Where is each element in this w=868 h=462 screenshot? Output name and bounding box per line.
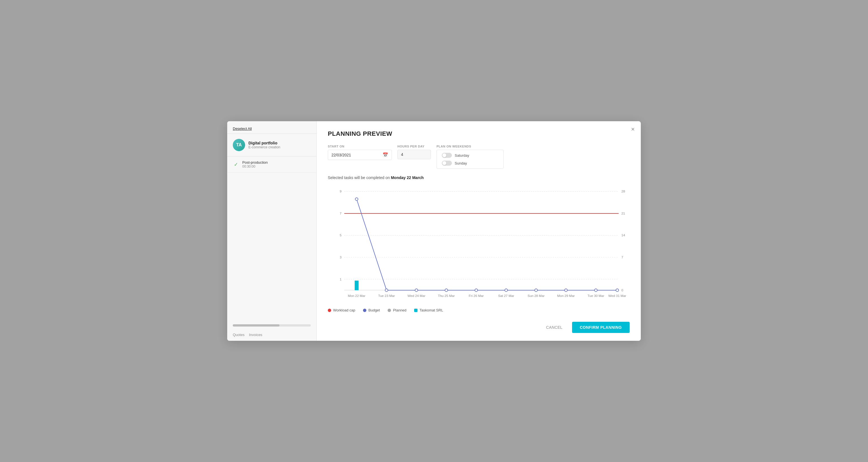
hours-per-day-label: HOURS PER DAY	[397, 145, 431, 148]
saturday-row: Saturday	[442, 153, 498, 158]
svg-point-31	[475, 289, 477, 292]
weekends-label: PLAN ON WEEKENDS	[436, 145, 504, 148]
svg-point-32	[505, 289, 507, 292]
modal-overlay: Deselect All TA Digital portfolio E-comm…	[0, 0, 868, 462]
legend-taskomat: Taskomat SRL	[414, 308, 443, 312]
sidebar-header: Deselect All	[227, 121, 316, 134]
confirm-planning-button[interactable]: CONFIRM PLANNING	[572, 322, 630, 333]
legend-label-workload: Workload cap	[333, 308, 355, 312]
svg-point-33	[535, 289, 537, 292]
completion-date: Monday 22 March	[391, 175, 424, 180]
main-content: × PLANNING PREVIEW START ON 📅 HOURS PER …	[317, 121, 641, 341]
calendar-icon: 📅	[382, 152, 388, 158]
completion-text: Selected tasks will be completed on Mond…	[328, 175, 630, 180]
legend-label-taskomat: Taskomat SRL	[420, 308, 443, 312]
chart-legend: Workload cap Budget Planned Taskomat SRL	[328, 308, 630, 312]
svg-text:5: 5	[340, 233, 342, 237]
svg-point-29	[415, 289, 418, 292]
svg-point-36	[616, 289, 619, 292]
legend-dot-planned	[388, 309, 391, 312]
svg-text:Tue 23 Mar: Tue 23 Mar	[378, 294, 395, 297]
svg-text:Fri 26 Mar: Fri 26 Mar	[469, 294, 484, 297]
start-on-label: START ON	[328, 145, 392, 148]
svg-point-30	[445, 289, 448, 292]
legend-planned: Planned	[388, 308, 406, 312]
project-info: Digital portfolio E-commerce creation	[248, 141, 280, 149]
chart-svg: .grid-line { stroke: #ddd; stroke-width:…	[328, 185, 630, 302]
close-button[interactable]: ×	[631, 126, 634, 132]
chart-container: .grid-line { stroke: #ddd; stroke-width:…	[328, 185, 630, 303]
legend-dot-workload	[328, 309, 331, 312]
legend-budget: Budget	[363, 308, 380, 312]
svg-text:Mon 29 Mar: Mon 29 Mar	[557, 294, 575, 297]
svg-text:14: 14	[622, 233, 625, 237]
sidebar-scrollbar[interactable]	[233, 324, 311, 327]
modal-footer: CANCEL CONFIRM PLANNING	[328, 319, 630, 333]
svg-point-34	[564, 289, 567, 292]
modal-title: PLANNING PREVIEW	[328, 130, 630, 137]
task-check-icon: ✓	[233, 161, 239, 168]
svg-text:3: 3	[340, 255, 342, 259]
svg-point-35	[594, 289, 597, 292]
task-time: 00:30:00	[242, 165, 268, 168]
legend-dot-budget	[363, 309, 366, 312]
svg-text:0: 0	[622, 288, 623, 292]
saturday-toggle[interactable]	[442, 153, 452, 158]
legend-label-budget: Budget	[368, 308, 380, 312]
task-info: Post-production 00:30:00	[242, 160, 268, 168]
svg-text:Sat 27 Mar: Sat 27 Mar	[498, 294, 514, 297]
svg-text:1: 1	[340, 277, 342, 281]
svg-text:Wed 31 Mar: Wed 31 Mar	[609, 294, 626, 297]
sunday-row: Sunday	[442, 161, 498, 166]
task-item: ✓ Post-production 00:30:00	[227, 157, 316, 173]
hours-per-day-input[interactable]: 4	[397, 150, 431, 159]
sidebar-bottom-nav: Quotes Invoices	[227, 330, 316, 341]
legend-dot-taskomat	[414, 309, 417, 312]
weekends-group: PLAN ON WEEKENDS Saturday Su	[436, 145, 504, 169]
svg-text:Thu 25 Mar: Thu 25 Mar	[438, 294, 455, 297]
taskomat-bar	[354, 281, 359, 290]
svg-text:28: 28	[622, 189, 625, 193]
project-item: TA Digital portfolio E-commerce creation	[227, 134, 316, 157]
sunday-label: Sunday	[455, 161, 467, 165]
saturday-label: Saturday	[455, 153, 469, 158]
avatar: TA	[233, 139, 245, 151]
svg-text:21: 21	[622, 211, 625, 215]
start-on-input[interactable]	[332, 153, 380, 157]
svg-text:Wed 24 Mar: Wed 24 Mar	[407, 294, 425, 297]
svg-text:7: 7	[340, 211, 342, 215]
planning-form: START ON 📅 HOURS PER DAY 4 PLAN ON WEEKE…	[328, 145, 630, 169]
svg-text:Tue 30 Mar: Tue 30 Mar	[587, 294, 604, 297]
sidebar-nav-invoices[interactable]: Invoices	[249, 333, 262, 337]
hours-per-day-group: HOURS PER DAY 4	[397, 145, 431, 159]
project-name: Digital portfolio	[248, 141, 280, 145]
start-on-input-wrapper[interactable]: 📅	[328, 150, 392, 160]
start-on-group: START ON 📅	[328, 145, 392, 160]
svg-text:9: 9	[340, 189, 342, 193]
svg-text:7: 7	[622, 255, 623, 259]
sunday-toggle[interactable]	[442, 161, 452, 166]
deselect-all-button[interactable]: Deselect All	[233, 127, 252, 131]
svg-point-28	[385, 289, 388, 292]
svg-point-27	[355, 198, 358, 201]
hours-value: 4	[401, 152, 403, 157]
project-sub: E-commerce creation	[248, 145, 280, 149]
planning-modal: Deselect All TA Digital portfolio E-comm…	[227, 121, 641, 341]
cancel-button[interactable]: CANCEL	[541, 322, 567, 332]
svg-text:Sun 28 Mar: Sun 28 Mar	[528, 294, 545, 297]
task-name: Post-production	[242, 160, 268, 165]
svg-text:Mon 22 Mar: Mon 22 Mar	[348, 294, 366, 297]
task-sidebar: Deselect All TA Digital portfolio E-comm…	[227, 121, 317, 341]
legend-workload-cap: Workload cap	[328, 308, 355, 312]
weekend-toggles: Saturday Sunday	[436, 150, 504, 169]
legend-label-planned: Planned	[393, 308, 406, 312]
sidebar-nav-quotes[interactable]: Quotes	[233, 333, 245, 337]
